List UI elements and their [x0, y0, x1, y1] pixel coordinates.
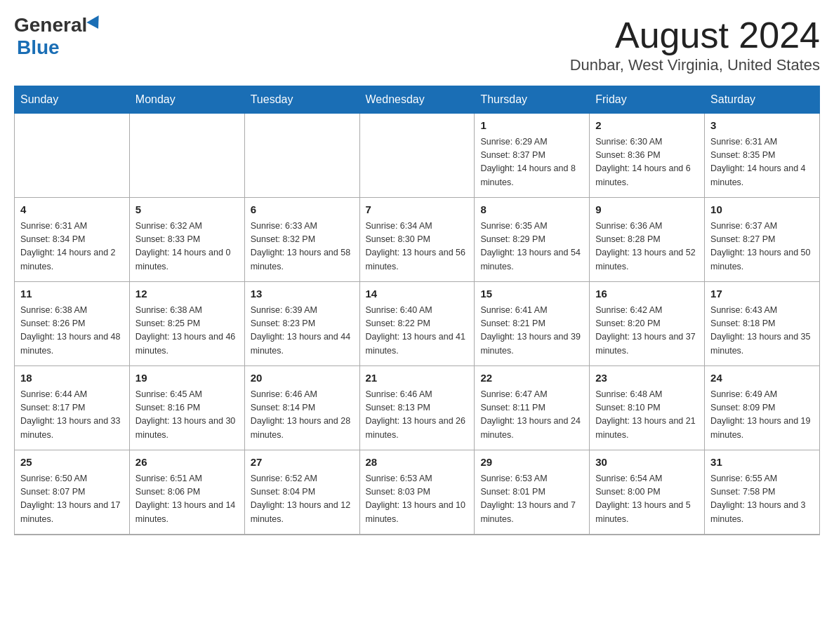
day-info: Sunrise: 6:31 AM Sunset: 8:35 PM Dayligh… — [710, 135, 814, 190]
calendar-body: 1Sunrise: 6:29 AM Sunset: 8:37 PM Daylig… — [15, 114, 820, 535]
day-info: Sunrise: 6:34 AM Sunset: 8:30 PM Dayligh… — [366, 220, 469, 274]
calendar-cell: 11Sunrise: 6:38 AM Sunset: 8:26 PM Dayli… — [15, 282, 130, 366]
header-day-monday: Monday — [129, 86, 244, 114]
calendar-cell: 12Sunrise: 6:38 AM Sunset: 8:25 PM Dayli… — [129, 282, 244, 366]
calendar-cell: 5Sunrise: 6:32 AM Sunset: 8:33 PM Daylig… — [129, 198, 244, 282]
day-info: Sunrise: 6:30 AM Sunset: 8:36 PM Dayligh… — [595, 135, 699, 190]
day-info: Sunrise: 6:44 AM Sunset: 8:17 PM Dayligh… — [20, 388, 124, 443]
calendar-cell — [129, 114, 244, 198]
day-number: 1 — [480, 118, 583, 134]
calendar-cell: 28Sunrise: 6:53 AM Sunset: 8:03 PM Dayli… — [359, 450, 475, 535]
calendar-cell — [244, 114, 359, 198]
day-info: Sunrise: 6:38 AM Sunset: 8:25 PM Dayligh… — [135, 304, 239, 358]
day-number: 18 — [20, 370, 124, 387]
day-number: 17 — [710, 286, 814, 302]
day-number: 5 — [135, 202, 239, 218]
calendar-cell: 24Sunrise: 6:49 AM Sunset: 8:09 PM Dayli… — [705, 366, 820, 450]
day-number: 19 — [135, 370, 239, 387]
header-row: SundayMondayTuesdayWednesdayThursdayFrid… — [15, 86, 820, 114]
logo-triangle-icon — [87, 15, 105, 32]
day-info: Sunrise: 6:46 AM Sunset: 8:14 PM Dayligh… — [251, 388, 354, 443]
calendar-cell: 19Sunrise: 6:45 AM Sunset: 8:16 PM Dayli… — [129, 366, 244, 450]
day-number: 30 — [595, 455, 699, 471]
logo-blue-text: Blue — [17, 36, 60, 58]
day-info: Sunrise: 6:42 AM Sunset: 8:20 PM Dayligh… — [595, 304, 699, 358]
calendar-cell: 31Sunrise: 6:55 AM Sunset: 7:58 PM Dayli… — [705, 450, 820, 535]
calendar-cell: 15Sunrise: 6:41 AM Sunset: 8:21 PM Dayli… — [475, 282, 590, 366]
day-info: Sunrise: 6:46 AM Sunset: 8:13 PM Dayligh… — [366, 388, 469, 443]
day-info: Sunrise: 6:45 AM Sunset: 8:16 PM Dayligh… — [135, 388, 239, 443]
day-info: Sunrise: 6:53 AM Sunset: 8:01 PM Dayligh… — [480, 472, 583, 527]
day-number: 11 — [20, 286, 124, 302]
day-info: Sunrise: 6:48 AM Sunset: 8:10 PM Dayligh… — [595, 388, 699, 443]
day-info: Sunrise: 6:32 AM Sunset: 8:33 PM Dayligh… — [135, 220, 239, 274]
header-day-friday: Friday — [590, 86, 705, 114]
day-info: Sunrise: 6:41 AM Sunset: 8:21 PM Dayligh… — [480, 304, 583, 358]
calendar-cell: 26Sunrise: 6:51 AM Sunset: 8:06 PM Dayli… — [129, 450, 244, 535]
day-number: 16 — [595, 286, 699, 302]
day-info: Sunrise: 6:35 AM Sunset: 8:29 PM Dayligh… — [480, 220, 583, 274]
calendar-cell: 23Sunrise: 6:48 AM Sunset: 8:10 PM Dayli… — [590, 366, 705, 450]
calendar-cell: 17Sunrise: 6:43 AM Sunset: 8:18 PM Dayli… — [705, 282, 820, 366]
day-number: 26 — [135, 455, 239, 471]
day-number: 2 — [595, 118, 699, 134]
calendar-cell: 13Sunrise: 6:39 AM Sunset: 8:23 PM Dayli… — [244, 282, 359, 366]
calendar-cell: 6Sunrise: 6:33 AM Sunset: 8:32 PM Daylig… — [244, 198, 359, 282]
day-info: Sunrise: 6:29 AM Sunset: 8:37 PM Dayligh… — [480, 135, 583, 190]
header-day-saturday: Saturday — [705, 86, 820, 114]
calendar-cell: 16Sunrise: 6:42 AM Sunset: 8:20 PM Dayli… — [590, 282, 705, 366]
day-info: Sunrise: 6:47 AM Sunset: 8:11 PM Dayligh… — [480, 388, 583, 443]
week-row-1: 1Sunrise: 6:29 AM Sunset: 8:37 PM Daylig… — [15, 114, 820, 198]
calendar-cell: 7Sunrise: 6:34 AM Sunset: 8:30 PM Daylig… — [359, 198, 475, 282]
calendar-cell: 29Sunrise: 6:53 AM Sunset: 8:01 PM Dayli… — [475, 450, 590, 535]
page-title: August 2024 — [570, 14, 820, 56]
calendar-cell: 25Sunrise: 6:50 AM Sunset: 8:07 PM Dayli… — [15, 450, 130, 535]
day-number: 3 — [710, 118, 814, 134]
header-day-tuesday: Tuesday — [244, 86, 359, 114]
day-number: 31 — [710, 455, 814, 471]
week-row-5: 25Sunrise: 6:50 AM Sunset: 8:07 PM Dayli… — [15, 450, 820, 535]
calendar-cell — [15, 114, 130, 198]
day-number: 27 — [251, 455, 354, 471]
day-number: 28 — [366, 455, 469, 471]
day-info: Sunrise: 6:38 AM Sunset: 8:26 PM Dayligh… — [20, 304, 124, 358]
day-number: 24 — [710, 370, 814, 387]
page-header: General Blue August 2024 Dunbar, West Vi… — [14, 14, 820, 74]
calendar-cell: 9Sunrise: 6:36 AM Sunset: 8:28 PM Daylig… — [590, 198, 705, 282]
day-info: Sunrise: 6:55 AM Sunset: 7:58 PM Dayligh… — [710, 472, 814, 527]
calendar-cell: 10Sunrise: 6:37 AM Sunset: 8:27 PM Dayli… — [705, 198, 820, 282]
day-info: Sunrise: 6:52 AM Sunset: 8:04 PM Dayligh… — [251, 472, 354, 527]
day-number: 23 — [595, 370, 699, 387]
day-number: 20 — [251, 370, 354, 387]
calendar-cell: 14Sunrise: 6:40 AM Sunset: 8:22 PM Dayli… — [359, 282, 475, 366]
header-day-wednesday: Wednesday — [359, 86, 475, 114]
day-info: Sunrise: 6:33 AM Sunset: 8:32 PM Dayligh… — [251, 220, 354, 274]
calendar-cell: 21Sunrise: 6:46 AM Sunset: 8:13 PM Dayli… — [359, 366, 475, 450]
day-info: Sunrise: 6:40 AM Sunset: 8:22 PM Dayligh… — [366, 304, 469, 358]
logo-general-text: General — [14, 14, 87, 36]
day-number: 29 — [480, 455, 583, 471]
day-number: 15 — [480, 286, 583, 302]
calendar-cell: 4Sunrise: 6:31 AM Sunset: 8:34 PM Daylig… — [15, 198, 130, 282]
day-info: Sunrise: 6:43 AM Sunset: 8:18 PM Dayligh… — [710, 304, 814, 358]
day-info: Sunrise: 6:50 AM Sunset: 8:07 PM Dayligh… — [20, 472, 124, 527]
day-info: Sunrise: 6:36 AM Sunset: 8:28 PM Dayligh… — [595, 220, 699, 274]
calendar-cell: 30Sunrise: 6:54 AM Sunset: 8:00 PM Dayli… — [590, 450, 705, 535]
calendar-cell: 2Sunrise: 6:30 AM Sunset: 8:36 PM Daylig… — [590, 114, 705, 198]
calendar-cell: 8Sunrise: 6:35 AM Sunset: 8:29 PM Daylig… — [475, 198, 590, 282]
logo: General Blue — [14, 14, 102, 59]
calendar-table: SundayMondayTuesdayWednesdayThursdayFrid… — [14, 86, 820, 535]
day-number: 6 — [251, 202, 354, 218]
week-row-3: 11Sunrise: 6:38 AM Sunset: 8:26 PM Dayli… — [15, 282, 820, 366]
day-number: 9 — [595, 202, 699, 218]
day-number: 4 — [20, 202, 124, 218]
page-subtitle: Dunbar, West Virginia, United States — [570, 56, 820, 74]
header-day-thursday: Thursday — [475, 86, 590, 114]
day-info: Sunrise: 6:49 AM Sunset: 8:09 PM Dayligh… — [710, 388, 814, 443]
day-info: Sunrise: 6:51 AM Sunset: 8:06 PM Dayligh… — [135, 472, 239, 527]
calendar-cell: 27Sunrise: 6:52 AM Sunset: 8:04 PM Dayli… — [244, 450, 359, 535]
calendar-cell: 18Sunrise: 6:44 AM Sunset: 8:17 PM Dayli… — [15, 366, 130, 450]
header-day-sunday: Sunday — [15, 86, 130, 114]
title-block: August 2024 Dunbar, West Virginia, Unite… — [570, 14, 820, 74]
day-info: Sunrise: 6:31 AM Sunset: 8:34 PM Dayligh… — [20, 220, 124, 274]
